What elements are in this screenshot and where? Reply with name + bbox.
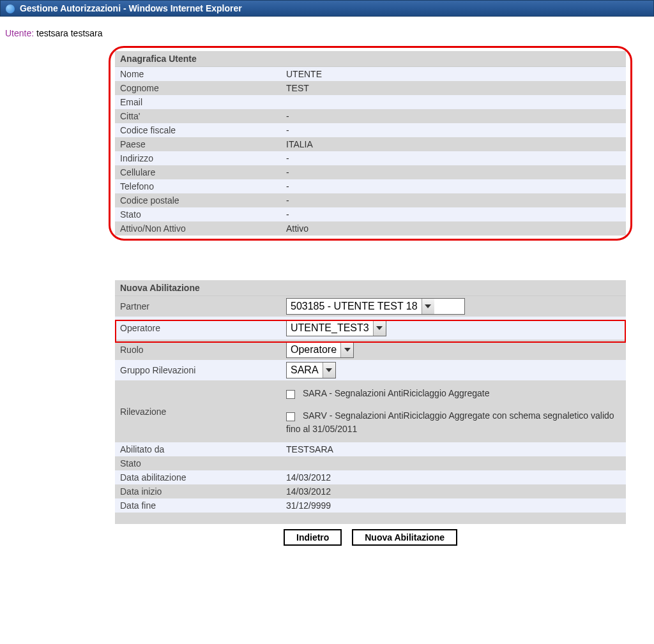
partner-select[interactable]: 503185 - UTENTE TEST 18 <box>286 298 465 315</box>
ie-icon <box>6 4 15 13</box>
stato2-label: Stato <box>115 456 281 470</box>
rilevazione-checkbox-sarv[interactable] <box>286 412 295 421</box>
anag-label: Cognome <box>115 81 281 95</box>
table-row: Telefono- <box>115 179 626 193</box>
gruppo-label: Gruppo Rilevazioni <box>115 360 281 380</box>
table-row: Cellulare- <box>115 165 626 179</box>
anag-label: Citta' <box>115 109 281 123</box>
data-fine-label: Data fine <box>115 498 281 513</box>
data-inizio-label: Data inizio <box>115 484 281 498</box>
table-row: Codice postale- <box>115 193 626 207</box>
abilitazione-header: Nuova Abilitazione <box>115 280 626 296</box>
nuova-abilitazione-button[interactable]: Nuova Abilitazione <box>352 529 457 546</box>
partner-value: 503185 - UTENTE TEST 18 <box>291 301 422 312</box>
data-abil-label: Data abilitazione <box>115 470 281 484</box>
anag-value: Attivo <box>281 221 626 236</box>
anag-value: - <box>281 193 626 207</box>
anag-value: - <box>281 109 626 123</box>
table-row: Stato- <box>115 207 626 221</box>
anag-value: - <box>281 179 626 193</box>
abilitazione-panel: Nuova Abilitazione Partner 503185 - UTEN… <box>115 280 626 551</box>
data-inizio-value: 14/03/2012 <box>281 484 626 498</box>
window-title: Gestione Autorizzazioni - Windows Intern… <box>20 3 242 13</box>
user-label: Utente: <box>5 28 34 38</box>
chevron-down-icon <box>323 363 335 378</box>
table-row: Citta'- <box>115 109 626 123</box>
anag-value: UTENTE <box>281 67 626 82</box>
gruppo-value: SARA <box>291 364 323 376</box>
anag-value <box>281 95 626 109</box>
gruppo-select[interactable]: SARA <box>286 362 336 378</box>
rilevazione-opt1: SARA - Segnalazioni AntiRiciclaggio Aggr… <box>303 388 490 398</box>
anag-label: Codice postale <box>115 193 281 207</box>
chevron-down-icon <box>340 342 353 357</box>
table-row: Codice fiscale- <box>115 123 626 137</box>
partner-label: Partner <box>115 296 281 317</box>
anag-label: Telefono <box>115 179 281 193</box>
table-row: Indirizzo- <box>115 151 626 165</box>
data-fine-value: 31/12/9999 <box>281 498 626 513</box>
user-value: testsara testsara <box>36 28 103 38</box>
rilevazione-opt2: SARV - Segnalazioni AntiRiciclaggio Aggr… <box>286 410 614 434</box>
button-row: Indietro Nuova Abilitazione <box>115 524 626 551</box>
ruolo-select[interactable]: Operatore <box>286 341 354 358</box>
abilitazione-table: Nuova Abilitazione Partner 503185 - UTEN… <box>115 280 626 524</box>
table-row: NomeUTENTE <box>115 67 626 82</box>
user-line: Utente: testsara testsara <box>0 17 654 45</box>
abilitato-value: TESTSARA <box>281 442 626 456</box>
ruolo-value: Operatore <box>291 344 340 356</box>
abilitato-label: Abilitato da <box>115 442 281 456</box>
anag-value: TEST <box>281 81 626 95</box>
table-row: Attivo/Non AttivoAttivo <box>115 221 626 236</box>
chevron-down-icon <box>422 299 434 314</box>
anag-value: - <box>281 151 626 165</box>
anagrafica-panel: Anagrafica Utente NomeUTENTECognomeTESTE… <box>115 51 626 236</box>
chevron-down-icon <box>373 320 386 336</box>
anagrafica-table: Anagrafica Utente NomeUTENTECognomeTESTE… <box>115 51 626 236</box>
anag-label: Indirizzo <box>115 151 281 165</box>
anag-value: - <box>281 123 626 137</box>
anag-label: Email <box>115 95 281 109</box>
window-titlebar: Gestione Autorizzazioni - Windows Intern… <box>0 0 654 17</box>
data-abil-value: 14/03/2012 <box>281 470 626 484</box>
anag-value: - <box>281 207 626 221</box>
operatore-label: Operatore <box>115 317 281 340</box>
anag-label: Cellulare <box>115 165 281 179</box>
anag-label: Codice fiscale <box>115 123 281 137</box>
anag-value: - <box>281 165 626 179</box>
table-row: CognomeTEST <box>115 81 626 95</box>
table-row: PaeseITALIA <box>115 137 626 151</box>
anag-label: Paese <box>115 137 281 151</box>
anag-value: ITALIA <box>281 137 626 151</box>
stato2-value <box>281 456 626 470</box>
anag-label: Nome <box>115 67 281 82</box>
anag-label: Stato <box>115 207 281 221</box>
operatore-select[interactable]: UTENTE_TEST3 <box>286 320 386 336</box>
anagrafica-header: Anagrafica Utente <box>115 51 626 67</box>
ruolo-label: Ruolo <box>115 340 281 360</box>
table-row: Email <box>115 95 626 109</box>
rilevazione-checkbox-sara[interactable] <box>286 390 295 399</box>
indietro-button[interactable]: Indietro <box>284 529 342 546</box>
anag-label: Attivo/Non Attivo <box>115 221 281 236</box>
rilevazione-label: Rilevazione <box>115 380 281 442</box>
operatore-value: UTENTE_TEST3 <box>291 322 373 334</box>
